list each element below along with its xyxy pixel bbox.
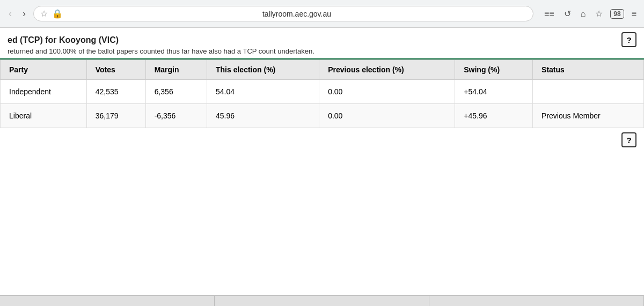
table-row: Liberal36,179-6,35645.960.00+45.96Previo… [1,104,644,128]
tab-counter: 98 [610,9,624,19]
cell-status [533,80,644,104]
cell-votes: 42,535 [86,80,145,104]
col-header-margin: Margin [145,60,207,80]
browser-toolbar: ‹ › ☆ 🔒 tallyroom.aec.gov.au ≡≡ ↺ ⌂ ☆ 98… [0,0,644,28]
page-content: ? ed (TCP) for Kooyong (VIC) returned an… [0,28,644,150]
address-bar[interactable]: ☆ 🔒 tallyroom.aec.gov.au [33,6,533,21]
section-heading: ed (TCP) for Kooyong (VIC) returned and … [0,28,644,59]
status-bar [0,295,644,306]
reload-button[interactable]: ↺ [562,8,573,20]
lock-icon: 🔒 [52,9,63,19]
url-display: tallyroom.aec.gov.au [67,10,526,18]
page-title: ed (TCP) for Kooyong (VIC) [8,35,636,45]
table-row: Independent42,5356,35654.040.00+54.04 [1,80,644,104]
cell-party: Liberal [1,104,87,128]
back-button[interactable]: ‹ [5,7,15,20]
status-segment-1 [0,296,215,306]
help-button-bottom[interactable]: ? [621,132,636,147]
cell-swing: +54.04 [455,80,533,104]
star-icon: ☆ [40,9,48,19]
cell-margin: -6,356 [145,104,207,128]
forward-button[interactable]: › [19,7,29,20]
help-button-bottom-wrapper: ? [0,128,644,150]
bookmark-button[interactable]: ☆ [593,8,605,20]
col-header-swing: Swing (%) [455,60,533,80]
results-table: Party Votes Margin This election (%) Pre… [0,59,644,128]
col-header-party: Party [1,60,87,80]
reader-view-button[interactable]: ≡≡ [542,8,557,20]
home-button[interactable]: ⌂ [579,8,588,20]
status-segment-3 [429,296,644,306]
col-header-this-election: This election (%) [207,60,319,80]
col-header-votes: Votes [86,60,145,80]
page-subtitle: returned and 100.00% of the ballot paper… [8,47,636,55]
browser-action-icons: ≡≡ ↺ ⌂ ☆ 98 ≡ [542,8,639,20]
cell-votes: 36,179 [86,104,145,128]
cell-previous-election: 0.00 [319,80,455,104]
cell-this-election: 54.04 [207,80,319,104]
col-header-previous-election: Previous election (%) [319,60,455,80]
help-button-top[interactable]: ? [621,32,636,47]
cell-previous-election: 0.00 [319,104,455,128]
table-header-row: Party Votes Margin This election (%) Pre… [1,60,644,80]
menu-button[interactable]: ≡ [630,8,639,20]
cell-swing: +45.96 [455,104,533,128]
cell-party: Independent [1,80,87,104]
col-header-status: Status [533,60,644,80]
status-segment-2 [215,296,429,306]
cell-margin: 6,356 [145,80,207,104]
cell-this-election: 45.96 [207,104,319,128]
results-table-wrapper: Party Votes Margin This election (%) Pre… [0,59,644,128]
cell-status: Previous Member [533,104,644,128]
